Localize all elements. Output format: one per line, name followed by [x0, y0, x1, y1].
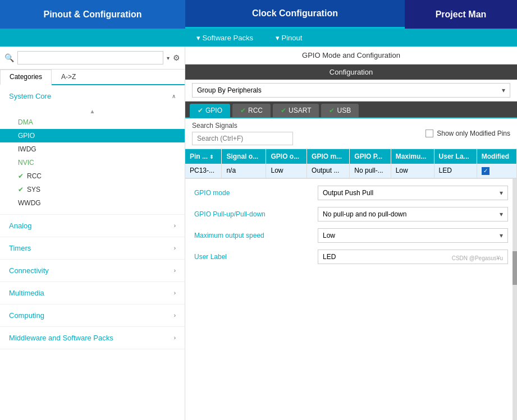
sidebar-item-nvic[interactable]: NVIC — [0, 156, 185, 169]
peripheral-tabs-row: ✔ GPIO ✔ RCC ✔ USART ✔ USB — [185, 101, 517, 118]
category-timers: Timers › — [0, 237, 185, 260]
search-icon: 🔍 — [4, 53, 14, 62]
modified-pins-checkbox[interactable] — [426, 130, 433, 137]
gpio-mode-title: GPIO Mode and Configuration — [185, 47, 517, 64]
tab-usart[interactable]: ✔ USART — [273, 104, 319, 117]
category-header-multimedia[interactable]: Multimedia › — [0, 282, 185, 304]
cell-user-label: LED — [434, 164, 477, 178]
sidebar-item-dma[interactable]: DMA — [0, 116, 185, 129]
scrollbar-thumb[interactable] — [513, 251, 517, 285]
col-gpio-pull[interactable]: GPIO P... — [350, 149, 391, 164]
max-speed-label: Maximum output speed — [194, 232, 318, 239]
col-gpio-mode[interactable]: GPIO m... — [307, 149, 350, 164]
gpio-check-icon: ✔ — [198, 107, 203, 114]
category-header-middleware[interactable]: Middleware and Software Packs › — [0, 327, 185, 349]
user-label-input[interactable] — [318, 250, 507, 264]
chevron-right-icon: › — [174, 223, 176, 229]
software-packs-label: ▾ Software Packs — [196, 34, 253, 42]
category-header-connectivity[interactable]: Connectivity › — [0, 260, 185, 281]
category-analog: Analog › — [0, 215, 185, 237]
gpio-mode-select[interactable]: Output Push Pull Output Open Drain Input… — [318, 186, 507, 200]
category-header-analog[interactable]: Analog › — [0, 215, 185, 237]
chevron-right-icon-2: › — [174, 245, 176, 251]
col-signal[interactable]: Signal o... — [222, 149, 266, 164]
col-user-label[interactable]: User La... — [434, 149, 477, 164]
group-by-select[interactable]: Group By Peripherals — [193, 84, 510, 97]
wwdg-label: WWDG — [18, 199, 41, 207]
pinout-config-title: Pinout & Configuration — [0, 0, 185, 29]
sys-check-icon: ✔ — [18, 186, 24, 193]
gpio-label: GPIO — [18, 132, 35, 140]
cell-pin: PC13-... — [185, 164, 222, 178]
sidebar-item-sys[interactable]: ✔ SYS — [0, 183, 185, 196]
tab-usb[interactable]: ✔ USB — [321, 104, 359, 117]
modified-pins-filter: Show only Modified Pins — [426, 130, 510, 137]
modified-pins-label-text: Show only Modified Pins — [437, 130, 510, 137]
rcc-label: RCC — [27, 172, 42, 180]
tab-gpio[interactable]: ✔ GPIO — [190, 104, 230, 117]
tab-categories[interactable]: Categories — [0, 70, 52, 85]
project-manager-tab[interactable]: Project Man — [405, 0, 517, 29]
clock-config-tab[interactable]: Clock Configuration — [185, 0, 405, 29]
rcc-tab-label: RCC — [248, 107, 263, 114]
max-speed-row: Maximum output speed Low Medium High Ver… — [194, 228, 508, 243]
dropdown-arrow-icon[interactable]: ▾ — [167, 55, 170, 61]
middleware-label: Middleware and Software Packs — [9, 334, 113, 342]
tab-az[interactable]: A->Z — [52, 70, 85, 84]
modified-checkbox: ✓ — [482, 167, 489, 175]
category-header-computing[interactable]: Computing › — [0, 304, 185, 326]
gpio-pull-select[interactable]: No pull-up and no pull-down Pull-up Pull… — [318, 207, 507, 221]
gear-icon[interactable]: ⚙ — [173, 53, 180, 62]
sidebar-item-iwdg[interactable]: IWDG — [0, 142, 185, 156]
max-speed-select[interactable]: Low Medium High Very High — [318, 229, 507, 242]
col-modified[interactable]: Modified — [477, 149, 516, 164]
col-gpio-output[interactable]: GPIO o... — [266, 149, 307, 164]
col-pin[interactable]: Pin ... ⇕ — [185, 149, 222, 164]
config-section-header: Configuration — [185, 64, 517, 80]
sidebar-item-rcc[interactable]: ✔ RCC — [0, 169, 185, 183]
gpio-pull-row: GPIO Pull-up/Pull-down No pull-up and no… — [194, 207, 508, 221]
main-content: GPIO Mode and Configuration Configuratio… — [185, 47, 517, 420]
gpio-mode-select-wrapper: Output Push Pull Output Open Drain Input… — [318, 186, 508, 200]
chevron-right-icon-6: › — [174, 335, 176, 341]
rcc-tab-check-icon: ✔ — [240, 107, 246, 114]
col-max-speed[interactable]: Maximu... — [391, 149, 434, 164]
sidebar-tab-bar: Categories A->Z — [0, 70, 185, 85]
connectivity-label: Connectivity — [9, 266, 49, 275]
chevron-up-icon: ∧ — [172, 93, 176, 99]
table-row[interactable]: PC13-... n/a Low Output ... No pull-... … — [185, 164, 517, 178]
user-label-row: User Label CSDN @Pegasus¥u — [194, 250, 508, 264]
category-multimedia: Multimedia › — [0, 282, 185, 304]
gpio-pull-label: GPIO Pull-up/Pull-down — [194, 210, 318, 218]
sidebar: 🔍 ▾ ⚙ Categories A->Z System Core ∧ ▲ DM… — [0, 47, 185, 420]
cell-gpio-output: Low — [266, 164, 307, 178]
category-computing: Computing › — [0, 304, 185, 327]
sidebar-item-wwdg[interactable]: WWDG — [0, 196, 185, 210]
right-scrollbar[interactable] — [513, 179, 517, 421]
pinout-menu[interactable]: ▾ Pinout — [264, 29, 313, 47]
group-by-bar: Group By Peripherals — [185, 80, 517, 101]
software-packs-menu[interactable]: ▾ Software Packs — [185, 29, 264, 47]
gpio-pull-select-wrapper: No pull-up and no pull-down Pull-up Pull… — [318, 207, 508, 221]
user-label-input-wrapper: CSDN @Pegasus¥u — [318, 250, 508, 264]
multimedia-label: Multimedia — [9, 289, 44, 297]
category-connectivity: Connectivity › — [0, 260, 185, 282]
gpio-table: Pin ... ⇕ Signal o... GPIO o... GPIO m..… — [185, 149, 517, 178]
sidebar-item-gpio[interactable]: GPIO — [0, 129, 185, 142]
usb-check-icon: ✔ — [329, 107, 335, 114]
tab-rcc[interactable]: ✔ RCC — [232, 104, 271, 117]
gpio-table-container: Pin ... ⇕ Signal o... GPIO o... GPIO m..… — [185, 149, 517, 178]
cell-modified: ✓ — [477, 164, 516, 178]
search-signals-input[interactable] — [192, 132, 293, 145]
scroll-indicator: ▲ — [0, 107, 185, 116]
category-middleware: Middleware and Software Packs › — [0, 327, 185, 349]
category-header-system-core[interactable]: System Core ∧ — [0, 85, 185, 107]
system-core-items: DMA GPIO IWDG NVIC ✔ RCC — [0, 116, 185, 214]
iwdg-label: IWDG — [18, 145, 36, 153]
search-input[interactable] — [17, 51, 163, 64]
dma-label: DMA — [18, 118, 33, 126]
category-header-timers[interactable]: Timers › — [0, 237, 185, 259]
system-core-label: System Core — [9, 92, 51, 100]
cell-signal: n/a — [222, 164, 266, 178]
usb-tab-label: USB — [337, 107, 351, 114]
